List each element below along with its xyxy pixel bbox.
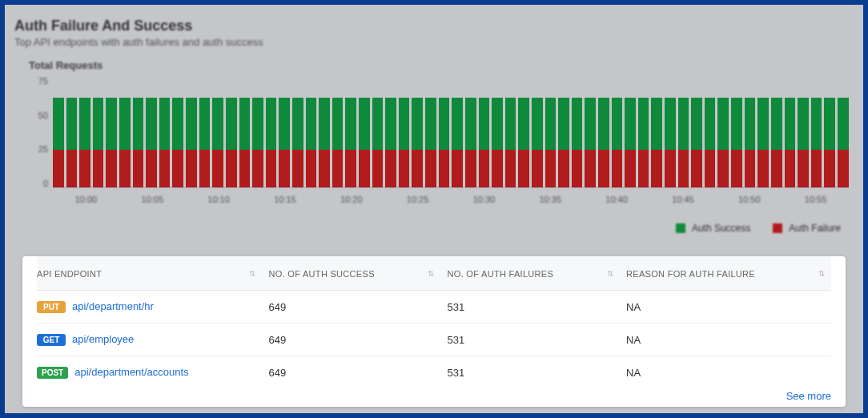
bar-seg-failure bbox=[505, 150, 516, 187]
chart-legend: Auth Success Auth Failure bbox=[29, 223, 841, 234]
bar-seg-failure bbox=[717, 150, 729, 187]
bar-seg-failure bbox=[612, 150, 623, 187]
chart-bar bbox=[465, 98, 476, 187]
x-axis: 10:0010:0510:1010:1510:2010:2510:3010:35… bbox=[53, 195, 849, 206]
table-row: GETapi/employee649531NA bbox=[37, 324, 831, 356]
bar-seg-failure bbox=[372, 150, 384, 187]
method-badge: POST bbox=[37, 367, 68, 379]
bar-seg-success bbox=[439, 98, 450, 150]
cell-failures: 531 bbox=[441, 291, 620, 324]
x-tick: 10:05 bbox=[141, 195, 163, 204]
bar-seg-success bbox=[319, 98, 330, 150]
chart-bar bbox=[625, 98, 636, 187]
chart-bar bbox=[53, 98, 64, 187]
chart-bar bbox=[385, 98, 396, 187]
bar-seg-failure bbox=[146, 150, 157, 187]
bar-seg-failure bbox=[239, 150, 251, 187]
bar-seg-failure bbox=[691, 150, 702, 187]
chart-bar bbox=[399, 98, 410, 187]
y-tick: 0 bbox=[29, 179, 48, 188]
sort-icon[interactable]: ⇅ bbox=[428, 269, 434, 278]
bar-seg-failure bbox=[625, 150, 636, 187]
bar-seg-failure bbox=[319, 150, 330, 187]
chart-bar bbox=[731, 98, 742, 187]
cell-failures: 531 bbox=[441, 356, 620, 389]
see-more-link[interactable]: See more bbox=[37, 388, 831, 402]
chart-bar bbox=[479, 98, 490, 187]
bar-seg-failure bbox=[199, 150, 211, 187]
chart-bar bbox=[745, 98, 756, 187]
bar-seg-failure bbox=[385, 150, 396, 187]
bar-seg-success bbox=[705, 98, 716, 150]
chart-bar bbox=[412, 98, 423, 187]
bar-seg-success bbox=[93, 98, 104, 150]
bar-seg-success bbox=[452, 98, 463, 150]
chart-bar bbox=[717, 98, 729, 187]
bar-seg-failure bbox=[292, 150, 303, 187]
sort-icon[interactable]: ⇅ bbox=[818, 269, 825, 278]
table-row: POSTapi/department/accounts649531NA bbox=[37, 356, 831, 389]
chart-bar bbox=[757, 98, 769, 187]
cell-reason: NA bbox=[620, 324, 831, 356]
bar-seg-failure bbox=[651, 150, 662, 187]
legend-swatch-failure bbox=[773, 223, 782, 233]
bar-seg-failure bbox=[532, 150, 543, 187]
x-tick: 10:15 bbox=[274, 195, 296, 204]
chart-bar bbox=[239, 98, 251, 187]
bar-seg-failure bbox=[359, 150, 370, 187]
chart-bar bbox=[518, 98, 529, 187]
chart-title: Total Requests bbox=[29, 59, 849, 71]
bar-seg-failure bbox=[172, 150, 183, 187]
bar-seg-failure bbox=[785, 150, 796, 187]
bar-seg-failure bbox=[824, 150, 835, 187]
chart-bar bbox=[226, 98, 237, 187]
col-auth-success[interactable]: NO. OF AUTH SUCCESS⇅ bbox=[263, 256, 441, 291]
bar-seg-success bbox=[492, 98, 503, 150]
table-card: API ENDPOINT⇅ NO. OF AUTH SUCCESS⇅ NO. O… bbox=[22, 256, 846, 407]
bar-seg-success bbox=[798, 98, 809, 150]
chart-bar bbox=[824, 98, 835, 187]
panel-subtitle: Top API endpoints with auth failures and… bbox=[14, 36, 854, 48]
bar-seg-failure bbox=[399, 150, 410, 187]
x-tick: 10:25 bbox=[407, 195, 429, 204]
cell-success: 649 bbox=[263, 356, 441, 389]
x-tick: 10:35 bbox=[539, 195, 561, 204]
endpoint-link[interactable]: api/department/accounts bbox=[74, 366, 188, 378]
chart-bar bbox=[133, 98, 144, 187]
bar-group bbox=[53, 76, 849, 188]
y-tick: 25 bbox=[29, 144, 48, 154]
bar-seg-success bbox=[239, 98, 251, 150]
bar-seg-failure bbox=[252, 150, 263, 187]
col-reason[interactable]: REASON FOR AUTH FAILURE⇅ bbox=[620, 256, 831, 291]
endpoint-link[interactable]: api/department/hr bbox=[72, 300, 154, 312]
col-api-endpoint[interactable]: API ENDPOINT⇅ bbox=[37, 256, 263, 291]
bar-seg-failure bbox=[465, 150, 476, 187]
chart-bar bbox=[691, 98, 702, 187]
sort-icon[interactable]: ⇅ bbox=[607, 269, 613, 278]
legend-label-failure: Auth Failure bbox=[789, 223, 841, 234]
chart-bar bbox=[212, 98, 223, 187]
bar-seg-success bbox=[691, 98, 702, 150]
chart-bar bbox=[638, 98, 649, 187]
bar-seg-failure bbox=[93, 150, 104, 187]
endpoint-link[interactable]: api/employee bbox=[72, 333, 134, 345]
bar-seg-failure bbox=[598, 150, 609, 187]
x-tick: 10:45 bbox=[672, 195, 694, 204]
bar-seg-success bbox=[838, 98, 849, 150]
y-axis: 7550250 bbox=[29, 76, 53, 188]
chart-bar bbox=[811, 98, 822, 187]
bar-seg-failure bbox=[665, 150, 676, 187]
bar-seg-failure bbox=[838, 150, 849, 187]
bar-seg-failure bbox=[452, 150, 463, 187]
dashboard-panel: Auth Failure And Success Top API endpoin… bbox=[5, 5, 863, 413]
bar-seg-failure bbox=[266, 150, 277, 187]
bar-seg-success bbox=[731, 98, 742, 150]
col-auth-failures[interactable]: NO. OF AUTH FAILURES⇅ bbox=[441, 256, 620, 291]
chart-bar bbox=[492, 98, 503, 187]
bar-seg-success bbox=[332, 98, 344, 150]
bar-seg-failure bbox=[757, 150, 769, 187]
sort-icon[interactable]: ⇅ bbox=[249, 269, 255, 278]
bar-seg-success bbox=[119, 98, 131, 150]
x-tick: 10:00 bbox=[75, 195, 98, 204]
chart-bar bbox=[585, 98, 596, 187]
